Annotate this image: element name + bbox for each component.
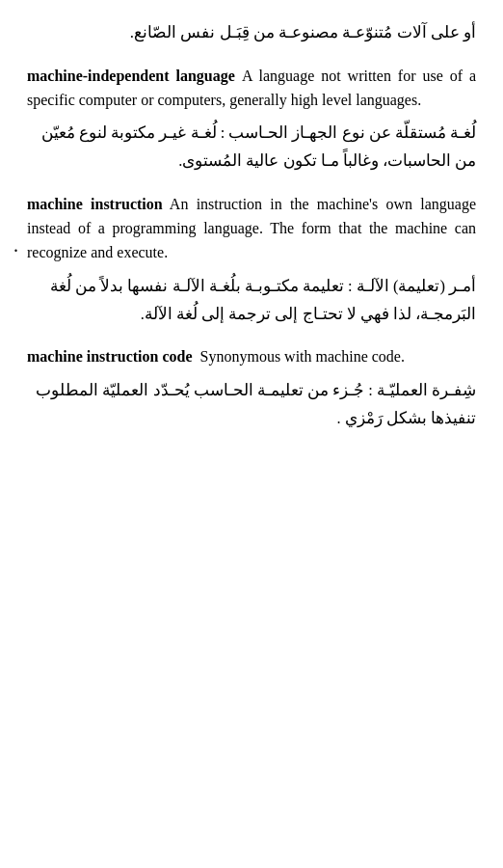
entry-english-machine-instruction: machine instruction An instruction in th… <box>27 193 476 264</box>
entry-machine-independent-language: machine-independent language A language … <box>27 65 476 176</box>
term-machine-independent-language: machine-independent language <box>27 68 235 84</box>
entry-english-machine-instruction-code: machine instruction code Synonymous with… <box>27 345 476 369</box>
arabic-machine-independent-language: لُغـة مُستقلّة عن نوع الجهـاز الحـاسب : … <box>27 120 476 176</box>
entry-machine-instruction: machine instruction An instruction in th… <box>27 193 476 328</box>
term-machine-instruction: machine instruction <box>27 196 163 212</box>
arabic-machine-instruction-code: شِفـرة العمليّـة : جُـزء من تعليمـة الحـ… <box>27 377 476 433</box>
arabic-machine-instruction: أمـر (تعليمة) الآلـة : تعليمة مكتـوبـة ب… <box>27 273 476 329</box>
intro-arabic-text: أو على آلات مُتنوّعـة مصنوعـة من قِبَـل … <box>27 19 476 47</box>
entry-machine-instruction-code: machine instruction code Synonymous with… <box>27 345 476 433</box>
entry-english-machine-independent-language: machine-independent language A language … <box>27 65 476 113</box>
term-machine-instruction-code: machine instruction code <box>27 348 193 365</box>
definition-machine-instruction-code: Synonymous with machine code. <box>200 348 405 365</box>
